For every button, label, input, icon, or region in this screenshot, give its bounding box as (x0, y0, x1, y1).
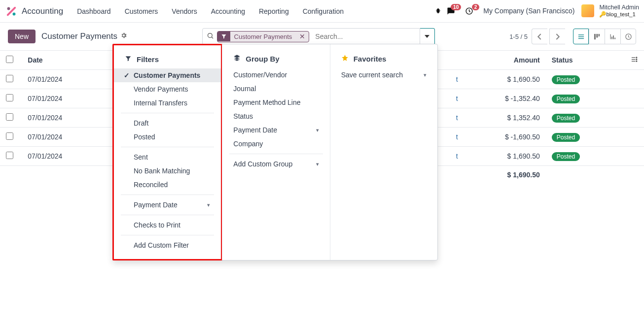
search-input[interactable] (311, 29, 419, 44)
svg-point-9 (636, 59, 637, 60)
chevron-down-icon: ▾ (424, 72, 427, 78)
search-facet: Customer Payments ✕ (217, 31, 310, 42)
pager-next-button[interactable] (549, 29, 565, 44)
groupby-company[interactable]: Company (222, 137, 329, 151)
col-amount[interactable]: Amount (464, 51, 546, 70)
messages-badge: 10 (451, 4, 461, 10)
cell-date: 07/01/2024 (22, 147, 114, 166)
user-menu[interactable]: Mitchell Admin 🔑blog_test_1 (599, 4, 639, 17)
cell-status: Posted (546, 128, 617, 147)
messages-icon[interactable]: 10 (447, 7, 455, 15)
cell-status: Posted (546, 108, 617, 128)
search-icon[interactable] (207, 32, 214, 41)
activities-badge: 2 (472, 4, 480, 10)
nav-item-vendors[interactable]: Vendors (165, 3, 204, 19)
pager-prev-button[interactable] (532, 29, 547, 44)
funnel-icon[interactable] (217, 32, 230, 41)
cell-date: 07/01/2024 (22, 128, 114, 147)
groupby-title: Group By (246, 55, 279, 63)
search-box: Customer Payments ✕ (202, 28, 420, 45)
star-icon (341, 54, 349, 63)
key-icon: 🔑 (599, 11, 606, 17)
filters-title: Filters (137, 55, 159, 64)
company-selector[interactable]: My Company (San Francisco) (483, 7, 574, 15)
cell-amount: $ 1,352.40 (464, 108, 546, 128)
columns-options-icon[interactable] (631, 57, 638, 65)
svg-point-3 (208, 33, 212, 38)
view-switcher (573, 29, 636, 44)
status-badge: Posted (552, 152, 580, 161)
col-status[interactable]: Status (546, 51, 617, 70)
nav-item-configuration[interactable]: Configuration (296, 3, 351, 19)
filters-column: Filters Customer Payments Vendor Payment… (112, 44, 222, 260)
row-checkbox[interactable] (6, 75, 13, 82)
facet-remove-icon[interactable]: ✕ (296, 32, 309, 40)
cell-amount: $ 1,690.50 (464, 70, 546, 89)
row-checkbox[interactable] (6, 152, 13, 159)
layers-icon (233, 54, 241, 63)
groupby-payment-method-line[interactable]: Payment Method Line (222, 96, 329, 109)
app-logo-icon[interactable] (6, 6, 17, 17)
svg-point-8 (636, 57, 637, 58)
groupby-journal[interactable]: Journal (222, 82, 329, 96)
filter-internal-transfers[interactable]: Internal Transfers (114, 96, 221, 110)
nav-item-customers[interactable]: Customers (118, 3, 165, 19)
gear-icon[interactable] (120, 32, 127, 41)
cell-status: Posted (546, 70, 617, 89)
avatar[interactable] (581, 4, 594, 17)
cell-status: Posted (546, 89, 617, 108)
status-badge: Posted (552, 75, 580, 84)
search-options-dropdown: Filters Customer Payments Vendor Payment… (112, 44, 438, 260)
row-checkbox[interactable] (6, 113, 13, 121)
user-name: Mitchell Admin (599, 4, 639, 11)
chevron-down-icon: ▾ (316, 127, 319, 133)
view-list-button[interactable] (573, 29, 589, 44)
favorites-save-current[interactable]: Save current search▾ (330, 68, 437, 82)
groupby-status[interactable]: Status (222, 109, 329, 123)
breadcrumb: Customer Payments (41, 32, 117, 41)
search-options-toggle[interactable] (420, 28, 435, 45)
chevron-down-icon: ▾ (316, 161, 319, 167)
new-button[interactable]: New (8, 30, 36, 43)
cell-status: Posted (546, 147, 617, 166)
row-checkbox[interactable] (6, 94, 13, 101)
groupby-column: Group By Customer/Vendor Journal Payment… (222, 44, 329, 260)
row-checkbox[interactable] (6, 132, 13, 140)
filter-reconciled[interactable]: Reconciled (114, 178, 221, 192)
app-name[interactable]: Accounting (22, 6, 63, 16)
groupby-customer-vendor[interactable]: Customer/Vendor (222, 68, 329, 82)
nav-item-reporting[interactable]: Reporting (252, 3, 296, 19)
groupby-payment-date[interactable]: Payment Date▾ (222, 123, 329, 137)
cell-date: 07/01/2024 (22, 89, 114, 108)
view-graph-button[interactable] (605, 29, 620, 44)
filter-vendor-payments[interactable]: Vendor Payments (114, 82, 221, 96)
nav-item-accounting[interactable]: Accounting (204, 3, 252, 19)
cell-amount: $ -1,690.50 (464, 128, 546, 147)
view-kanban-button[interactable] (589, 29, 605, 44)
filter-sent[interactable]: Sent (114, 150, 221, 164)
cell-amount: $ -1,352.40 (464, 89, 546, 108)
filter-no-bank-matching[interactable]: No Bank Matching (114, 164, 221, 178)
col-date[interactable]: Date (22, 51, 114, 70)
filter-draft[interactable]: Draft (114, 116, 221, 130)
pager: 1-5 / 5 (509, 29, 636, 44)
filter-customer-payments[interactable]: Customer Payments (114, 68, 221, 82)
user-db: blog_test_1 (606, 11, 635, 17)
chevron-down-icon: ▾ (207, 202, 210, 208)
svg-rect-6 (599, 33, 600, 36)
filter-posted[interactable]: Posted (114, 130, 221, 144)
bug-icon[interactable] (434, 7, 442, 15)
search-wrap: Customer Payments ✕ (202, 28, 435, 45)
nav-item-dashboard[interactable]: Dashboard (70, 3, 118, 19)
groupby-add-custom[interactable]: Add Custom Group▾ (222, 157, 329, 171)
cell-date: 07/01/2024 (22, 70, 114, 89)
status-badge: Posted (552, 114, 580, 123)
activities-icon[interactable]: 2 (465, 7, 473, 15)
filter-payment-date[interactable]: Payment Date▾ (114, 198, 221, 212)
svg-rect-5 (596, 33, 598, 37)
filter-add-custom[interactable]: Add Custom Filter (114, 238, 221, 252)
pager-text[interactable]: 1-5 / 5 (509, 33, 528, 40)
filter-checks-to-print[interactable]: Checks to Print (114, 218, 221, 232)
select-all-checkbox[interactable] (6, 56, 13, 63)
view-activity-button[interactable] (620, 29, 636, 44)
